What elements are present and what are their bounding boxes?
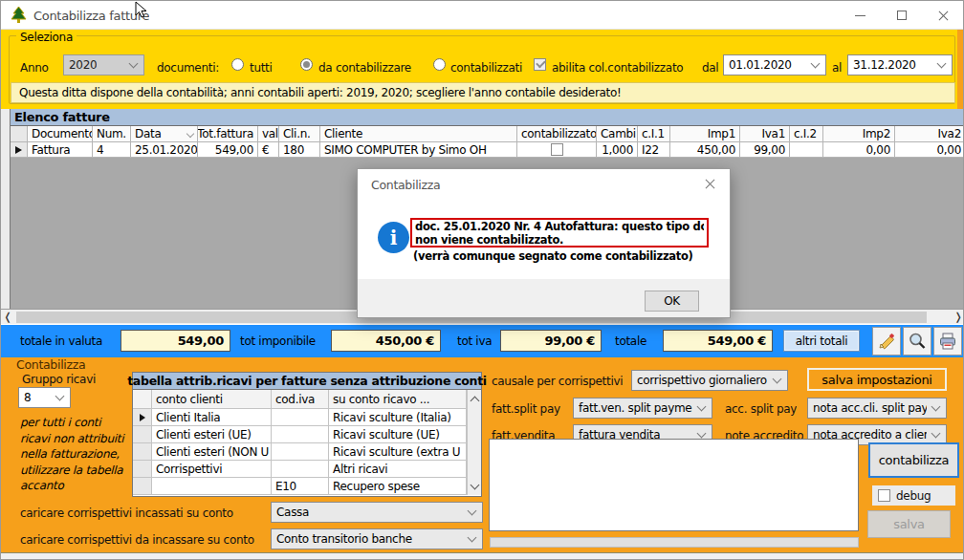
table-row[interactable]: Corrispettivi Altri ricavi <box>133 461 481 478</box>
col-tot-fattura[interactable]: Tot.fattura <box>198 126 258 142</box>
current-row-arrow-icon <box>15 146 22 154</box>
dal-label: dal <box>702 61 718 75</box>
caricare-incassati-select[interactable]: Cassa <box>271 502 483 523</box>
attrib-col-su-conto-ricavo[interactable]: su conto ricavo ... <box>329 390 467 409</box>
col-num[interactable]: Num. <box>93 126 131 142</box>
totale-label: totale <box>615 334 646 348</box>
tot-imponibile-label: tot imponibile <box>240 334 316 348</box>
salva-impostazioni-button[interactable]: salva impostazioni <box>807 368 947 391</box>
debug-label[interactable]: debug <box>896 489 931 503</box>
cell-imp2: 0,00 <box>823 142 895 158</box>
col-c-i-1[interactable]: c.I.1 <box>638 126 670 142</box>
contabilizza-dialog: Contabilizza i doc. 25.01.2020 Nr. 4 Aut… <box>357 168 731 318</box>
dialog-close-button[interactable] <box>701 175 720 194</box>
minimize-button[interactable] <box>839 1 881 30</box>
attrib-scroll-up[interactable] <box>467 390 481 409</box>
radio-contabilizzati[interactable] <box>433 58 446 71</box>
attrib-scroll-rail[interactable] <box>467 409 481 426</box>
attrib-scroll-down[interactable] <box>467 478 481 495</box>
chevron-down-icon <box>55 392 65 401</box>
chevron-down-icon <box>470 481 479 490</box>
fatt-split-pay-value: fatt.ven. split paymen <box>579 401 692 415</box>
cell-cod-iva: E10 <box>272 478 329 495</box>
table-row[interactable]: Clienti Italia Ricavi sculture (Italia) <box>133 409 481 426</box>
radio-contabilizzati-label[interactable]: contabilizzati <box>450 61 522 75</box>
debug-checkbox[interactable] <box>878 489 890 502</box>
sort-icon <box>186 130 194 138</box>
documenti-label: documenti: <box>157 61 219 75</box>
col-val[interactable]: val <box>258 126 279 142</box>
radio-tutti[interactable] <box>231 58 244 71</box>
contabilizza-button[interactable]: contabilizza <box>868 442 959 478</box>
col-cliente[interactable]: Cliente <box>320 126 517 142</box>
row-selector-cell <box>133 426 152 443</box>
scroll-left-icon[interactable]: ❬ <box>1 311 14 324</box>
attrib-col-cod-iva[interactable]: cod.iva <box>272 390 329 409</box>
maximize-button[interactable] <box>881 1 923 30</box>
salva-button[interactable]: salva <box>867 510 951 538</box>
chevron-down-icon <box>811 59 821 69</box>
edit-button[interactable] <box>872 327 901 355</box>
attrib-scroll-rail[interactable] <box>467 461 481 478</box>
ok-button[interactable]: OK <box>645 291 699 312</box>
fatt-split-pay-label: fatt.split pay <box>492 402 560 416</box>
col-c-i-2[interactable]: c.I.2 <box>790 126 823 142</box>
attrib-scroll-rail[interactable] <box>467 443 481 461</box>
col-documento[interactable]: Documento <box>28 126 93 142</box>
contabilizzato-checkbox[interactable] <box>551 143 563 156</box>
attrib-col-conto-clienti[interactable]: conto clienti <box>152 390 272 409</box>
caricare-da-incassare-select[interactable]: Conto transitorio banche <box>271 528 483 549</box>
contabilizza-legend: Contabilizza <box>16 357 85 372</box>
radio-da-contabilizzare-label[interactable]: da contabilizzare <box>318 61 411 75</box>
table-row[interactable]: E10 Recupero spese <box>133 478 481 495</box>
abilita-checkbox[interactable] <box>534 58 546 71</box>
col-cambi[interactable]: Cambi <box>597 126 638 142</box>
ricavi-note: per tutti i conti ricavi non attribuiti … <box>20 415 133 494</box>
print-button[interactable] <box>933 327 962 355</box>
attrib-ricavi-table: tabella attrib.ricavi per fatture senza … <box>132 372 482 497</box>
cell-cod-iva <box>272 461 329 478</box>
abilita-checkbox-label[interactable]: abilita col.contabilizzato <box>552 61 683 75</box>
grid-header-row: Documento Num. Data Tot.fattura val Cli.… <box>11 126 964 142</box>
col-imp1[interactable]: Imp1 <box>670 126 740 142</box>
pencil-icon <box>877 332 896 351</box>
altri-totali-button[interactable]: altri totali <box>783 330 860 352</box>
close-button[interactable] <box>923 1 964 30</box>
table-row[interactable]: Clienti esteri (UE) Ricavi sculture (UE) <box>133 426 481 443</box>
col-cli-n[interactable]: Cli.n. <box>279 126 320 142</box>
col-imp2[interactable]: Imp2 <box>823 126 895 142</box>
chevron-down-icon <box>931 429 941 439</box>
causale-select[interactable]: corrispettivo giornaliero <box>631 370 788 391</box>
anno-select[interactable]: 2020 <box>63 54 144 75</box>
printer-icon <box>938 332 957 351</box>
col-iva2[interactable]: Iva2 <box>895 126 964 142</box>
dialog-message-line2: non viene contabilizzato. <box>415 233 704 247</box>
info-message-bar: Questa ditta dispone della contabilità; … <box>11 82 955 103</box>
chevron-down-icon <box>129 59 139 69</box>
scroll-right-icon[interactable]: ❭ <box>952 311 964 324</box>
search-button[interactable] <box>903 327 931 355</box>
radio-tutti-label[interactable]: tutti <box>250 61 273 75</box>
al-date-select[interactable]: 31.12.2020 <box>847 54 953 75</box>
tot-iva-label: tot iva <box>457 334 492 348</box>
table-row[interactable]: Clienti esteri (NON U Ricavi sculture (e… <box>133 443 481 461</box>
col-data[interactable]: Data <box>131 126 198 142</box>
attrib-scroll-rail[interactable] <box>467 426 481 443</box>
acc-split-pay-select[interactable]: nota acc.cli. split payn <box>807 398 947 419</box>
cell-conto-clienti: Clienti esteri (NON U <box>152 443 272 461</box>
table-row[interactable]: Fattura 4 25.01.2020 549,00 € 180 SIMO C… <box>11 142 964 158</box>
gruppo-ricavi-select[interactable]: 8 <box>18 387 71 408</box>
radio-da-contabilizzare[interactable] <box>300 58 313 71</box>
fatt-split-pay-select[interactable]: fatt.ven. split paymen <box>573 398 712 419</box>
dal-value: 01.01.2020 <box>729 58 792 72</box>
log-textarea[interactable] <box>489 439 859 531</box>
maximize-icon <box>897 11 907 20</box>
caricare-incassati-label: caricare corrispettivi incassati su cont… <box>20 506 233 520</box>
app-window: Contabilizza fatture Seleziona Anno 2020… <box>0 0 964 560</box>
dal-date-select[interactable]: 01.01.2020 <box>723 54 826 75</box>
col-iva1[interactable]: Iva1 <box>740 126 790 142</box>
anno-value: 2020 <box>69 58 97 72</box>
window-title: Contabilizza fatture <box>33 9 149 23</box>
col-contabilizzato[interactable]: contabilizzato <box>517 126 597 142</box>
cell-conto-clienti <box>152 478 272 495</box>
